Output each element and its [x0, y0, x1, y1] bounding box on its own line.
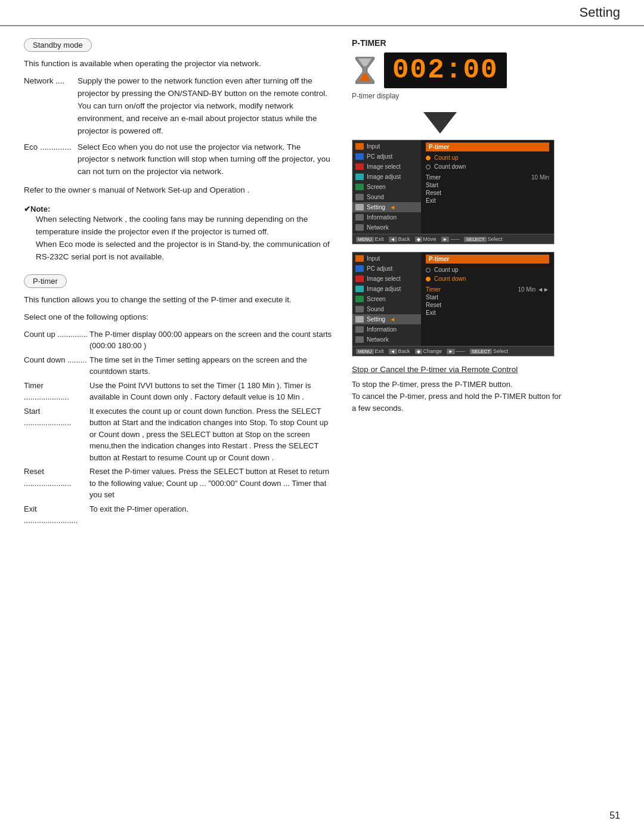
- menu-screenshot-1: Input PC adjust Image select Image adjus…: [352, 140, 555, 244]
- setting-icon-1: [355, 204, 364, 210]
- menu-item-pcadjust-1: PC adjust: [352, 151, 421, 162]
- input-icon-1: [355, 143, 364, 150]
- timer-term: Timer .....................: [24, 380, 89, 403]
- radio-countdown-2: [426, 277, 431, 281]
- note-heading: ✔Note:: [24, 205, 50, 213]
- ptimer-option-countdown: Count down ......... The time set in the…: [24, 354, 334, 377]
- standby-network-term: Network ....: [24, 75, 78, 138]
- ptimer-display-label: P-TIMER: [352, 38, 566, 48]
- menu-left-2: Input PC adjust Image select Image adjus…: [352, 252, 421, 346]
- note-line1: When selecting Network , the cooling fan…: [36, 213, 334, 239]
- menu-footer-1: MENU Exit ◄Back ◆Move ►----- SELECT Sele…: [352, 234, 554, 244]
- menu-rows-1: Timer10 Min Start Reset Exit: [426, 174, 549, 205]
- screen-icon-1: [355, 184, 364, 190]
- ptimer-option-timer: Timer ..................... Use the Poin…: [24, 380, 334, 403]
- standby-refer: Refer to the owner s manual of Network S…: [24, 184, 334, 197]
- countdown-desc: The time set in the Timer setting appear…: [89, 354, 334, 377]
- screen-icon-2: [355, 296, 364, 302]
- input-icon-2: [355, 255, 364, 262]
- page-header: Setting: [0, 0, 644, 26]
- ptimer-option-exit: Exit ......................... To exit t…: [24, 503, 334, 527]
- ptimer-section: P-timer This function allows you to chan…: [24, 274, 334, 527]
- standby-intro: This function is available when operatin…: [24, 58, 334, 70]
- stop-cancel-heading: Stop or Cancel the P-timer via Remote Co…: [352, 364, 566, 376]
- standby-label: Standby mode: [24, 38, 92, 52]
- menu-countdown-1: Count down: [426, 162, 549, 171]
- menu-right-1: P-timer Count up Count down Timer10 Min …: [421, 140, 554, 234]
- menu-right-2: P-timer Count up Count down Timer10 Min …: [421, 252, 554, 346]
- menu-item-information-2: Information: [352, 324, 421, 335]
- countup-term: Count up ..............: [24, 329, 89, 352]
- ptimer-label: P-timer: [24, 274, 67, 288]
- arrow-indicator: [352, 112, 566, 134]
- menu-item-imageselect-1: Image select: [352, 162, 421, 172]
- stop-cancel-section: Stop or Cancel the P-timer via Remote Co…: [352, 364, 566, 414]
- menu-item-screen-1: Screen: [352, 182, 421, 192]
- menu-item-setting-1: Setting ◄: [352, 202, 421, 212]
- ptimer-select: Select one of the following options:: [24, 311, 334, 324]
- radio-countdown-1: [426, 165, 431, 169]
- ptimer-option-start: Start ...................... It executes…: [24, 405, 334, 464]
- standby-note: ✔Note: When selecting Network , the cool…: [24, 204, 334, 264]
- start-term: Start ......................: [24, 405, 89, 464]
- menu-countup-1: Count up: [426, 153, 549, 162]
- standby-def-network: Network .... Supply the power to the net…: [24, 75, 334, 138]
- page-number: 51: [609, 810, 620, 821]
- countdown-term: Count down .........: [24, 354, 89, 377]
- ptimer-display-section: P-TIMER 002:00 P-timer display: [352, 38, 566, 100]
- menu-item-network-1: Network: [352, 222, 421, 233]
- timer-desc: Use the Point IVVI buttons to set the Ti…: [89, 380, 334, 403]
- reset-term: Reset ......................: [24, 466, 89, 501]
- radio-countup-2: [426, 268, 431, 272]
- network-icon-1: [355, 224, 364, 231]
- page-title: Setting: [580, 5, 621, 20]
- menu-item-input-1: Input: [352, 141, 421, 151]
- standby-section: Standby mode This function is available …: [24, 38, 334, 264]
- arrow-down-icon: [423, 112, 457, 134]
- menu-left-1: Input PC adjust Image select Image adjus…: [352, 140, 421, 234]
- ptimer-display-row: 002:00: [352, 52, 566, 88]
- countup-desc: The P-timer display 000:00 appears on th…: [89, 329, 334, 352]
- menu-countup-2: Count up: [426, 265, 549, 274]
- reset-desc: Reset the P-timer values. Press the SELE…: [89, 466, 334, 501]
- exit-row-1: Exit: [426, 197, 549, 205]
- left-column: Standby mode This function is available …: [24, 38, 334, 531]
- imageselect-icon-2: [355, 275, 364, 282]
- menu-footer-2: MENU Exit ◄Back ◆Change ►----- SELECT Se…: [352, 346, 554, 356]
- note-line2: When Eco mode is selected and the projec…: [36, 239, 334, 264]
- reset-row-1: Reset: [426, 189, 549, 197]
- menu-item-network-2: Network: [352, 335, 421, 345]
- ptimer-display-caption: P-timer display: [352, 92, 566, 100]
- menu-item-screen-2: Screen: [352, 294, 421, 304]
- imageadjust-icon-2: [355, 286, 364, 292]
- menu-item-setting-2: Setting ◄: [352, 314, 421, 324]
- sound-icon-1: [355, 194, 364, 200]
- standby-def-eco: Eco .............. Select Eco when you d…: [24, 141, 334, 179]
- menu-rows-2: Timer10 Min ◄► Start Reset Exit: [426, 286, 549, 317]
- stop-cancel-line2: To cancel the P-timer, press and hold th…: [352, 391, 566, 414]
- sound-icon-2: [355, 306, 364, 312]
- menu-item-information-1: Information: [352, 212, 421, 222]
- information-icon-1: [355, 214, 364, 221]
- pcadjust-icon-2: [355, 265, 364, 272]
- standby-definitions: Network .... Supply the power to the net…: [24, 75, 334, 178]
- ptimer-intro: This function allows you to change the s…: [24, 294, 334, 306]
- menu-item-sound-2: Sound: [352, 304, 421, 314]
- start-row-2: Start: [426, 293, 549, 301]
- imageselect-icon-1: [355, 163, 364, 170]
- setting-icon-2: [355, 316, 364, 323]
- menu-item-sound-1: Sound: [352, 192, 421, 202]
- hourglass-icon: [352, 55, 378, 86]
- start-row-1: Start: [426, 181, 549, 189]
- menu-item-imageselect-2: Image select: [352, 274, 421, 284]
- stop-cancel-line1: To stop the P-timer, press the P-TIMER b…: [352, 379, 566, 391]
- imageadjust-icon-1: [355, 174, 364, 180]
- menu-countdown-2: Count down: [426, 274, 549, 283]
- menu-item-pcadjust-2: PC adjust: [352, 264, 421, 274]
- exit-term: Exit .........................: [24, 503, 89, 527]
- ptimer-option-reset: Reset ...................... Reset the P…: [24, 466, 334, 501]
- exit-row-2: Exit: [426, 309, 549, 317]
- ptimer-time-display: 002:00: [384, 52, 507, 88]
- ptimer-option-countup: Count up .............. The P-timer disp…: [24, 329, 334, 352]
- timer-row-1: Timer10 Min: [426, 174, 549, 181]
